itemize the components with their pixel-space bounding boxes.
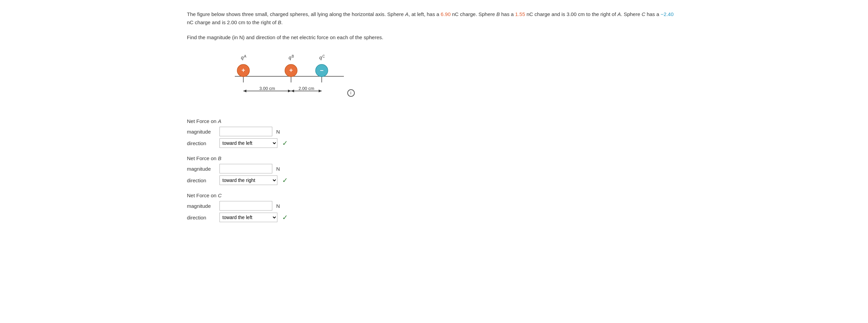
force-section-a: Net Force on A magnitude N direction tow… bbox=[187, 118, 681, 148]
svg-marker-15 bbox=[319, 90, 322, 92]
svg-marker-12 bbox=[288, 90, 291, 92]
svg-text:C: C bbox=[322, 55, 325, 58]
svg-text:+: + bbox=[241, 67, 245, 74]
text-part1: The figure below shows three small, char… bbox=[187, 11, 441, 17]
force-row-direction-b: direction toward the left toward the rig… bbox=[187, 175, 681, 185]
direction-select-a[interactable]: toward the left toward the right bbox=[219, 138, 277, 148]
svg-text:B: B bbox=[292, 55, 294, 58]
svg-text:−: − bbox=[320, 67, 323, 74]
svg-text:+: + bbox=[289, 67, 293, 74]
diagram-container: q A q B q C + + − bbox=[214, 52, 357, 106]
page-container: The figure below shows three small, char… bbox=[170, 0, 698, 240]
magnitude-label-b: magnitude bbox=[187, 166, 216, 172]
force-row-direction-a: direction toward the left toward the rig… bbox=[187, 138, 681, 148]
charge-a-value: 6.90 bbox=[441, 11, 451, 17]
svg-text:A: A bbox=[244, 55, 246, 58]
check-icon-a: ✓ bbox=[282, 139, 288, 147]
force-section-b: Net Force on B magnitude N direction tow… bbox=[187, 155, 681, 185]
magnitude-label-c: magnitude bbox=[187, 203, 216, 209]
force-row-direction-c: direction toward the left toward the rig… bbox=[187, 213, 681, 222]
svg-marker-11 bbox=[243, 90, 246, 92]
dist-ab-label: 3.00 cm bbox=[259, 86, 275, 91]
magnitude-label-a: magnitude bbox=[187, 129, 216, 135]
charge-c-value: −2.40 bbox=[661, 11, 674, 17]
text-nc-c: nC charge and is 2.00 cm to the right of… bbox=[187, 19, 283, 25]
qc-label: q bbox=[319, 55, 322, 60]
check-icon-b: ✓ bbox=[282, 176, 288, 184]
force-row-magnitude-b: magnitude N bbox=[187, 164, 681, 173]
magnitude-input-a[interactable] bbox=[219, 127, 272, 136]
unit-label-b: N bbox=[276, 166, 280, 172]
direction-label-b: direction bbox=[187, 178, 216, 183]
force-section-c: Net Force on C magnitude N direction tow… bbox=[187, 193, 681, 222]
force-title-b: Net Force on B bbox=[187, 155, 681, 161]
magnitude-input-b[interactable] bbox=[219, 164, 272, 173]
qa-label: q bbox=[241, 55, 244, 60]
force-title-c: Net Force on C bbox=[187, 193, 681, 198]
direction-select-c[interactable]: toward the left toward the right bbox=[219, 213, 277, 222]
qb-label: q bbox=[289, 55, 291, 60]
info-icon[interactable]: i bbox=[347, 89, 355, 97]
direction-select-b[interactable]: toward the left toward the right bbox=[219, 175, 277, 185]
force-row-magnitude-a: magnitude N bbox=[187, 127, 681, 136]
text-nc-b: nC charge and is 3.00 cm to the right of… bbox=[525, 11, 661, 17]
dist-bc-label: 2.00 cm bbox=[298, 86, 314, 91]
text-nc-a: nC charge. Sphere B has a bbox=[451, 11, 515, 17]
diagram-svg: q A q B q C + + − bbox=[214, 52, 357, 106]
direction-label-a: direction bbox=[187, 140, 216, 146]
unit-label-c: N bbox=[276, 203, 280, 209]
charge-b-value: 1.55 bbox=[515, 11, 525, 17]
check-icon-c: ✓ bbox=[282, 213, 288, 221]
direction-label-c: direction bbox=[187, 215, 216, 220]
magnitude-input-c[interactable] bbox=[219, 201, 272, 211]
find-text: Find the magnitude (in N) and direction … bbox=[187, 33, 681, 42]
force-title-a: Net Force on A bbox=[187, 118, 681, 124]
svg-marker-14 bbox=[291, 90, 294, 92]
force-row-magnitude-c: magnitude N bbox=[187, 201, 681, 211]
problem-text: The figure below shows three small, char… bbox=[187, 10, 681, 27]
unit-label-a: N bbox=[276, 129, 280, 135]
